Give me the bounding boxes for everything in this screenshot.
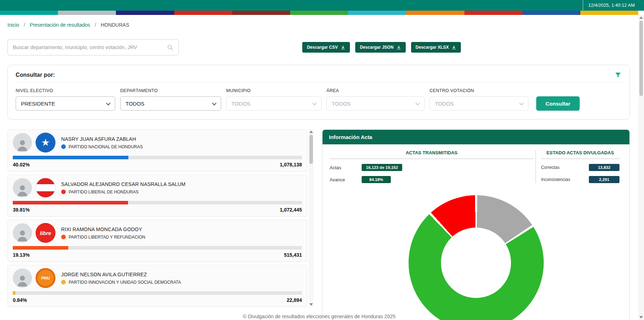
chevron-down-icon xyxy=(106,101,111,105)
vote-share: 39.81% xyxy=(13,207,30,213)
search-box xyxy=(7,39,179,55)
departamento-select[interactable]: TODOS xyxy=(120,96,221,111)
vote-share: 0.84% xyxy=(13,297,27,303)
footer: © Divulgación de resultados elecciones g… xyxy=(0,314,638,319)
estado-actas-heading: ESTADO ACTAS DIVULGADAS xyxy=(541,150,619,159)
vote-bar-fill xyxy=(13,291,15,295)
party-color-dot xyxy=(61,144,66,149)
filter-label-departamento: DEPARTAMENTO xyxy=(120,88,221,93)
party-row: PARTIDO INNOVACION Y UNIDAD SOCIAL DEMOC… xyxy=(61,280,181,285)
acta-panel-title: Información Acta xyxy=(323,130,629,144)
stripe-segment xyxy=(348,11,406,15)
stripe-segment xyxy=(406,11,464,15)
breadcrumb-separator: / xyxy=(24,22,25,28)
party-name: PARTIDO NACIONAL DE HONDURAS xyxy=(69,144,143,149)
party-color-dot xyxy=(61,280,66,284)
vote-bar-track xyxy=(13,201,302,204)
download-csv-button[interactable]: Descargar CSV xyxy=(302,42,350,53)
scroll-down-icon[interactable] xyxy=(639,316,643,319)
select-value: TODOS xyxy=(231,101,250,107)
party-row: PARTIDO NACIONAL DE HONDURAS xyxy=(61,144,143,149)
results-columns: ★ NASRY JUAN ASFURA ZABLAH PARTIDO NACIO… xyxy=(7,129,630,320)
chevron-down-icon xyxy=(212,101,217,105)
area-select: TODOS xyxy=(326,96,425,111)
stat-row-correctas: Correctas 13,832 xyxy=(541,164,619,171)
stat-label: Correctas xyxy=(541,165,559,170)
scroll-up-icon[interactable] xyxy=(309,130,313,133)
candidate-card-top: libre RIXI RAMONA MONCADA GODOY PARTIDO … xyxy=(13,223,302,243)
party-color-dot xyxy=(61,190,66,194)
consultar-button[interactable]: Consultar xyxy=(536,96,580,111)
stripe-segment xyxy=(174,11,232,15)
stripe-segment xyxy=(232,11,290,15)
scrollbar-thumb[interactable] xyxy=(309,135,313,164)
filter-field-nivel-electivo: NIVEL ELECTIVO PRESIDENTE xyxy=(16,88,115,111)
timestamp: 12/4/2025, 1:40:12 AM xyxy=(583,0,635,11)
scroll-down-icon[interactable] xyxy=(309,303,313,306)
chevron-down-icon xyxy=(415,101,420,105)
breadcrumb-current: HONDURAS xyxy=(101,22,129,28)
select-value: PRESIDENTE xyxy=(21,101,55,107)
vote-count: 1,078,138 xyxy=(280,162,302,167)
filter-funnel-icon[interactable] xyxy=(614,71,622,79)
estado-actas-section: ESTADO ACTAS DIVULGADAS Correctas 13,832… xyxy=(536,150,624,183)
download-xlsx-button[interactable]: Descargar XLSX xyxy=(411,42,461,53)
stat-label: Inconsistencias xyxy=(541,177,570,182)
stat-label: Actas xyxy=(330,165,362,170)
candidate-card[interactable]: SALVADOR ALEJANDRO CESAR NASRALLA SALUM … xyxy=(7,175,307,217)
vote-count: 515,431 xyxy=(284,252,302,258)
toolbar-row: Descargar CSV Descargar JSON Descargar X… xyxy=(7,39,630,55)
stripe-segment xyxy=(58,11,116,15)
select-value: TODOS xyxy=(126,101,144,107)
nivel-electivo-select[interactable]: PRESIDENTE xyxy=(16,96,115,111)
stripe-segment xyxy=(522,11,580,15)
candidate-card-bottom: 39.81% 1,072,445 xyxy=(13,207,302,213)
candidate-card[interactable]: ★ NASRY JUAN ASFURA ZABLAH PARTIDO NACIO… xyxy=(7,129,307,171)
filter-label-centro-votacion: CENTRO VOTACIÓN xyxy=(430,88,528,93)
vote-bar-track xyxy=(13,156,302,159)
donut-chart-area xyxy=(323,195,629,320)
search-input[interactable] xyxy=(13,44,167,50)
person-icon xyxy=(15,228,30,242)
vote-count: 22,894 xyxy=(287,297,302,303)
candidate-text: JORGE NELSON AVILA GUTIERREZ PARTIDO INN… xyxy=(61,272,181,285)
select-value: TODOS xyxy=(435,101,454,107)
acta-stats: ACTAS TRANSMITIDAS Actas 16,123 de 19,15… xyxy=(323,144,629,185)
breadcrumb-presentacion-resultados[interactable]: Presentación de resultados xyxy=(30,22,90,28)
inconsistencias-badge: 2,291 xyxy=(589,176,619,183)
candidate-name: SALVADOR ALEJANDRO CESAR NASRALLA SALUM xyxy=(61,181,186,187)
vote-bar-track xyxy=(13,291,302,295)
candidate-card[interactable]: libre RIXI RAMONA MONCADA GODOY PARTIDO … xyxy=(7,220,307,262)
scroll-up-icon[interactable] xyxy=(639,16,643,19)
filter-field-centro-votacion: CENTRO VOTACIÓN TODOS xyxy=(430,88,528,111)
acta-info-panel: Información Acta ACTAS TRANSMITIDAS Acta… xyxy=(322,129,630,320)
vote-bar-track xyxy=(13,246,302,250)
footer-text: © Divulgación de resultados elecciones g… xyxy=(243,314,395,319)
stripe-segment xyxy=(580,11,638,15)
actas-transmitidas-heading: ACTAS TRANSMITIDAS xyxy=(330,150,533,159)
person-icon xyxy=(15,273,30,288)
download-json-label: Descargar JSON xyxy=(360,45,394,50)
download-icon xyxy=(452,45,456,50)
page-scrollbar-thumb[interactable] xyxy=(639,21,643,96)
candidate-name: RIXI RAMONA MONCADA GODOY xyxy=(61,226,145,232)
candidate-text: SALVADOR ALEJANDRO CESAR NASRALLA SALUM … xyxy=(61,181,186,194)
stat-label: Avance xyxy=(330,177,362,182)
filter-panel: Consultar por: NIVEL ELECTIVO PRESIDENTE… xyxy=(7,65,630,119)
breadcrumb-inicio[interactable]: Inicio xyxy=(7,22,19,28)
filter-label-municipio: MUNICIPIO xyxy=(226,88,321,93)
candidate-list: ★ NASRY JUAN ASFURA ZABLAH PARTIDO NACIO… xyxy=(7,129,314,307)
candidate-name: JORGE NELSON AVILA GUTIERREZ xyxy=(61,272,181,277)
candidate-card-bottom: 40.02% 1,078,138 xyxy=(13,162,302,167)
download-json-button[interactable]: Descargar JSON xyxy=(355,42,406,53)
party-color-dot xyxy=(61,235,66,239)
main-content: Inicio / Presentación de resultados / HO… xyxy=(0,22,644,320)
candidate-card[interactable]: PINU JORGE NELSON AVILA GUTIERREZ PARTID… xyxy=(7,265,307,307)
candidate-text: NASRY JUAN ASFURA ZABLAH PARTIDO NACIONA… xyxy=(61,136,143,149)
page-scrollbar[interactable] xyxy=(638,15,644,320)
candidate-list-scrollbar[interactable] xyxy=(309,129,314,307)
party-logo-icon: libre xyxy=(36,223,55,243)
acta-donut xyxy=(409,195,544,320)
person-icon xyxy=(15,183,30,197)
vote-bar-fill xyxy=(13,156,128,159)
